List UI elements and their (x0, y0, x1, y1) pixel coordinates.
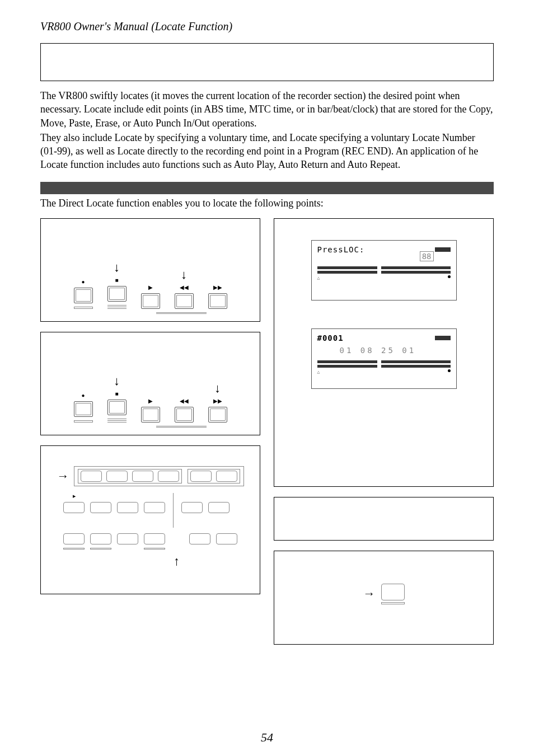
chapter-title-box (40, 43, 494, 81)
intro-paragraph-2: They also include Locate by specifying a… (40, 131, 494, 172)
page-header: VR800 Owner's Manual (Locate Function) (40, 20, 494, 33)
keypad-row-1: ▶ (63, 493, 237, 528)
play-icon: ▶ (148, 284, 153, 291)
lcd-display-1: PressLOC: 88 △ (311, 240, 457, 300)
rewind-icon: ◀◀ (180, 284, 189, 291)
stop-button: ↓ ■ (107, 260, 127, 309)
arrow-right-icon: → (57, 469, 69, 483)
panel-empty-note (274, 497, 494, 541)
keypad-row-2 (63, 533, 237, 550)
panel-transport-stop-rewind: ● ↓ ■ ▶ (40, 218, 260, 322)
panel-locate-key: → (274, 551, 494, 645)
sub-intro-text: The Direct Locate function enables you t… (40, 198, 494, 209)
page-number: 54 (0, 730, 534, 745)
arrow-down-icon: ↓ (114, 260, 120, 275)
panel-lcd-displays: PressLOC: 88 △ (274, 218, 494, 487)
record-button: ● (74, 262, 93, 309)
rewind-button: ◀◀ (175, 381, 194, 422)
panel-keypad: → ▶ (40, 445, 260, 594)
stop-icon: ■ (115, 391, 118, 397)
lcd-number-box: 88 (420, 251, 434, 261)
lcd-label: #0001 (317, 334, 344, 342)
lcd-indicator-icon (435, 247, 451, 252)
lcd-level-meter (317, 360, 451, 368)
lcd-level-meter (317, 266, 451, 274)
fast-forward-button: ▶▶ (208, 267, 227, 309)
arrow-right-icon: → (363, 586, 376, 601)
fast-forward-icon: ▶▶ (213, 284, 222, 291)
record-icon: ● (81, 392, 85, 399)
lcd-display-2: #0001 01 08 25 01 △ (311, 328, 457, 389)
arrow-down-icon: ↓ (114, 374, 120, 388)
play-button: ▶ (141, 267, 160, 309)
lcd-label: PressLOC: (317, 245, 365, 254)
intro-paragraph-1: The VR800 swiftly locates (it moves the … (40, 89, 494, 130)
stop-icon: ■ (115, 277, 118, 284)
play-icon: ▶ (73, 493, 76, 500)
arrow-down-icon: ↓ (214, 381, 221, 396)
stop-button: ↓ ■ (107, 374, 127, 422)
rewind-button: ↓ ◀◀ (175, 267, 194, 309)
section-heading-bar (40, 182, 494, 194)
play-icon: ▶ (148, 398, 153, 405)
record-button: ● (74, 375, 93, 422)
play-button: ▶ (141, 381, 160, 422)
record-icon: ● (81, 279, 85, 285)
fast-forward-button: ↓ ▶▶ (208, 381, 227, 422)
arrow-down-icon: ↓ (181, 267, 187, 282)
fast-forward-icon: ▶▶ (213, 398, 222, 405)
panel-transport-stop-ff: ● ↓ ■ ▶ (40, 332, 260, 435)
lcd-time-readout: 01 08 25 01 (340, 346, 451, 355)
locate-button (381, 584, 405, 600)
intro-text: The VR800 swiftly locates (it moves the … (40, 89, 494, 172)
rewind-icon: ◀◀ (180, 398, 189, 405)
display-frame (74, 466, 244, 486)
arrow-up-icon: ↑ (174, 554, 180, 569)
lcd-indicator-icon (435, 336, 451, 340)
